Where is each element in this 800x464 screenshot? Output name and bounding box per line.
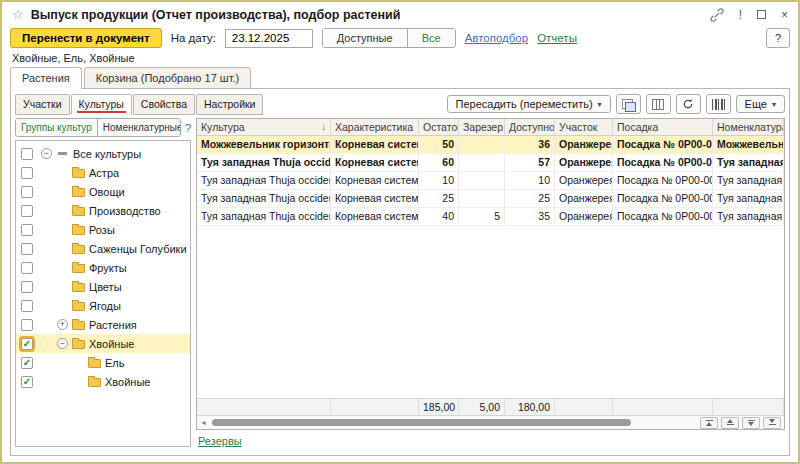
tree-row[interactable]: ✓ − Хвойные [16, 334, 190, 353]
tree-row[interactable]: Овощи [16, 182, 190, 201]
cell-available: 57 [505, 154, 555, 171]
tree-row[interactable]: ✓ Ель [16, 353, 190, 372]
table-row[interactable]: Туя западная Thuja occidentalis Golde...… [197, 154, 784, 172]
refresh-button[interactable] [676, 94, 701, 114]
tree-checkbox[interactable] [21, 300, 33, 312]
reports-link[interactable]: Отчеты [537, 32, 577, 44]
table-row[interactable]: Туя западная Thuja occidentalis Gold...К… [197, 208, 784, 226]
indent [37, 362, 69, 363]
scroll-first-button[interactable] [700, 417, 718, 429]
panel-help-icon[interactable]: ? [185, 122, 191, 134]
tree-label: Все культуры [73, 148, 141, 160]
tree-checkbox[interactable] [21, 224, 33, 236]
column-header[interactable]: Зарезер... [459, 119, 505, 135]
more-button[interactable]: Еще ▾ [736, 95, 785, 113]
columns-settings-button[interactable] [646, 94, 671, 114]
tree-expander-icon[interactable]: − [41, 148, 52, 159]
tree-checkbox[interactable]: ✓ [21, 357, 33, 369]
toggle-available-button[interactable]: Доступные [323, 29, 407, 47]
column-header[interactable]: Номенклатура [713, 119, 784, 135]
tree-checkbox[interactable] [21, 205, 33, 217]
column-header[interactable]: Культура↓ [197, 119, 331, 135]
tree-row[interactable]: Цветы [16, 277, 190, 296]
favorite-star-icon[interactable]: ☆ [12, 7, 24, 22]
transfer-to-document-button[interactable]: Перенести в документ [10, 28, 162, 48]
tree-checkbox[interactable] [21, 262, 33, 274]
tab-plots[interactable]: Участки [15, 94, 70, 115]
close-icon[interactable]: × [781, 9, 788, 21]
tree-row[interactable]: Ягоды [16, 296, 190, 315]
table-row[interactable]: Можжевельник горизонтальный Junip...Корн… [197, 136, 784, 154]
cell-stock: 60 [419, 154, 459, 171]
tree-row[interactable]: − Все культуры [16, 144, 190, 163]
tab-plants[interactable]: Растения [10, 67, 82, 89]
tree-checkbox[interactable]: ✓ [21, 338, 33, 350]
indent [37, 172, 53, 173]
tree-checkbox[interactable] [21, 148, 33, 160]
barcode-button[interactable] [706, 94, 731, 114]
tree-row[interactable]: ✓ Хвойные [16, 372, 190, 391]
cell-nomenclature: Туя западная Thuja o... [713, 190, 784, 207]
scrollbar-thumb[interactable] [212, 419, 631, 426]
autopick-link[interactable]: Автоподбор [465, 32, 529, 44]
tree-checkbox[interactable] [21, 281, 33, 293]
info-icon[interactable]: ! [739, 9, 742, 21]
tab-settings[interactable]: Настройки [196, 94, 264, 115]
tree-checkbox[interactable] [21, 243, 33, 255]
reserves-link[interactable]: Резервы [198, 435, 242, 447]
total-cell [713, 399, 784, 415]
column-header[interactable]: Остаток [419, 119, 459, 135]
toggle-all-button[interactable]: Все [407, 29, 455, 47]
tree-row[interactable]: + Растения [16, 315, 190, 334]
folder-icon [72, 188, 85, 197]
cell-plot: Оранжерея / С... [555, 136, 613, 153]
tree-row[interactable]: Производство [16, 201, 190, 220]
indent [37, 324, 53, 325]
help-button[interactable]: ? [766, 28, 790, 48]
tab-cart[interactable]: Корзина (Подобрано 17 шт.) [84, 67, 251, 89]
tree-row[interactable]: Розы [16, 220, 190, 239]
cell-culture: Туя западная Thuja occidentalis Gold... [197, 208, 331, 225]
maximize-icon[interactable] [757, 10, 766, 19]
tab-cultures[interactable]: Культуры [71, 94, 132, 115]
transplant-button[interactable]: Пересадить (переместить) ▾ [447, 95, 611, 113]
cell-plot: Оранжерея / ... [555, 190, 613, 207]
indent [37, 267, 53, 268]
total-stock: 185,00 [419, 399, 459, 415]
tree-row[interactable]: Астра [16, 163, 190, 182]
column-header[interactable]: Участок [555, 119, 613, 135]
cell-plot: Оранжерея / ... [555, 172, 613, 189]
link-icon[interactable] [710, 8, 724, 22]
tree-expander-icon[interactable]: − [57, 338, 68, 349]
scrollbar-track[interactable] [210, 418, 697, 427]
column-header[interactable]: Доступно [505, 119, 555, 135]
tree-expander-icon[interactable]: + [57, 319, 68, 330]
nomenclature-groups-button[interactable]: Номенклатурные группы [97, 119, 181, 136]
scroll-down-button[interactable] [742, 417, 760, 429]
table-row[interactable]: Туя западная Thuja occidentalis Gold...К… [197, 172, 784, 190]
cell-nomenclature: Можжевельник гориз... [713, 136, 784, 153]
date-input[interactable] [225, 29, 313, 48]
culture-groups-button[interactable]: Группы культур [16, 119, 97, 136]
tree-row[interactable]: Фрукты [16, 258, 190, 277]
tree-checkbox[interactable] [21, 319, 33, 331]
output-list-button[interactable] [616, 94, 641, 114]
scroll-left-icon[interactable]: ◄ [200, 419, 207, 426]
column-header[interactable]: Посадка [613, 119, 713, 135]
tree-checkbox[interactable] [21, 186, 33, 198]
filter-panel: Участки Культуры Свойства Настройки Груп… [15, 94, 191, 447]
selection-path: Хвойные, Ель, Хвойные [2, 51, 798, 67]
cell-culture: Туя западная Thuja occidentalis Gold... [197, 172, 331, 189]
folder-icon [72, 283, 85, 292]
total-reserved: 5,00 [459, 399, 505, 415]
indent [37, 381, 69, 382]
tab-properties[interactable]: Свойства [133, 94, 195, 115]
tree-checkbox[interactable]: ✓ [21, 376, 33, 388]
tree-checkbox[interactable] [21, 167, 33, 179]
scroll-up-button[interactable] [721, 417, 739, 429]
tree-row[interactable]: Саженцы Голубики [16, 239, 190, 258]
cell-stock: 25 [419, 190, 459, 207]
table-row[interactable]: Туя западная Thuja occidentalis Gold...К… [197, 190, 784, 208]
column-header[interactable]: Характеристика [331, 119, 419, 135]
scroll-last-button[interactable] [763, 417, 781, 429]
